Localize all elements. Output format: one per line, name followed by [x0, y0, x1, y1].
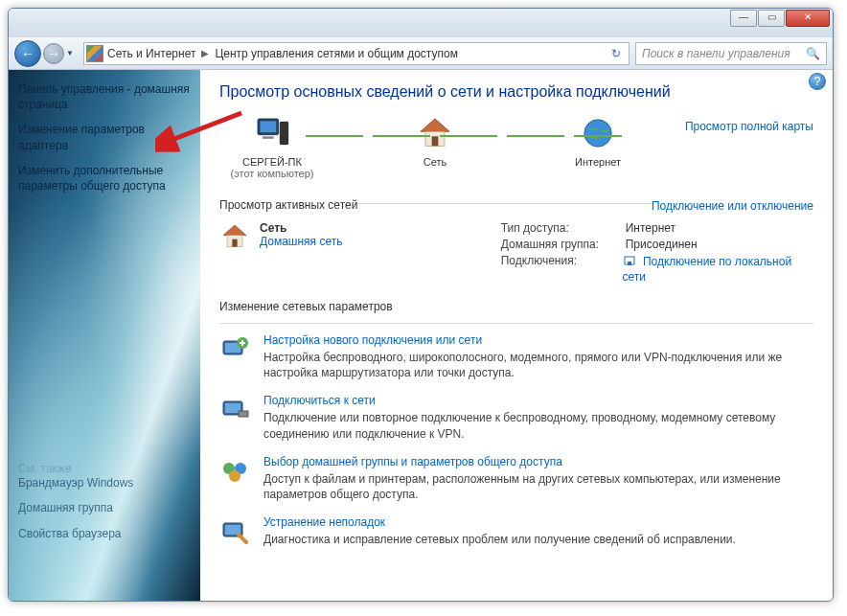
refresh-button[interactable]: ↻	[606, 47, 627, 60]
search-placeholder: Поиск в панели управления	[642, 47, 790, 60]
ethernet-icon	[623, 254, 636, 270]
map-node-label: Сеть	[382, 156, 488, 168]
svg-point-7	[584, 120, 611, 147]
sidebar-see-also-header: См. также	[18, 462, 191, 475]
task-desc: Настройка беспроводного, широкополосного…	[263, 350, 813, 380]
active-network-block: Сеть Домашняя сеть Тип доступа: Интернет…	[219, 221, 813, 286]
minimize-button[interactable]: —	[730, 10, 757, 27]
maximize-button[interactable]: ▭	[758, 10, 785, 27]
svg-rect-1	[261, 122, 277, 133]
map-connection-line	[306, 135, 622, 137]
task-desc: Доступ к файлам и принтерам, расположенн…	[263, 471, 813, 502]
nav-forward-button[interactable]: →	[43, 43, 64, 64]
nav-history-dropdown[interactable]: ▼	[66, 49, 78, 57]
prop-connections-label: Подключения:	[501, 254, 623, 284]
task-title[interactable]: Настройка нового подключения или сети	[263, 333, 813, 347]
help-icon[interactable]: ?	[809, 73, 826, 90]
search-input[interactable]: Поиск в панели управления 🔍	[635, 42, 827, 65]
svg-marker-4	[421, 119, 449, 131]
network-name: Сеть	[260, 221, 342, 235]
network-map: СЕРГЕЙ-ПК (этот компьютер) Сеть	[219, 114, 813, 179]
homegroup-icon	[219, 455, 250, 486]
svg-point-21	[229, 470, 240, 482]
content-pane: Просмотр основных сведений о сети и наст…	[200, 70, 833, 601]
close-button[interactable]: ✕	[786, 10, 830, 27]
house-icon	[219, 221, 250, 252]
task-title[interactable]: Выбор домашней группы и параметров общег…	[263, 455, 813, 468]
svg-rect-3	[263, 136, 274, 139]
network-properties: Тип доступа: Интернет Домашняя группа: П…	[501, 221, 813, 286]
map-node-internet[interactable]: Интернет	[545, 114, 651, 168]
task-title[interactable]: Устранение неполадок	[263, 515, 736, 529]
prop-homegroup-label: Домашняя группа:	[501, 238, 626, 251]
prop-connection-link[interactable]: Подключение по локальной сети	[623, 255, 792, 284]
task-troubleshoot[interactable]: Устранение неполадок Диагностика и испра…	[219, 515, 813, 547]
task-desc: Диагностика и исправление сетевых пробле…	[263, 532, 736, 547]
task-desc: Подключение или повторное подключение к …	[263, 410, 813, 441]
svg-rect-18	[239, 411, 248, 417]
svg-rect-6	[432, 136, 439, 146]
map-node-network[interactable]: Сеть	[382, 114, 488, 168]
breadcrumb-item[interactable]: Центр управления сетями и общим доступом	[215, 47, 458, 60]
search-icon: 🔍	[806, 47, 820, 60]
svg-rect-12	[628, 262, 631, 265]
active-networks-header: Просмотр активных сетей	[219, 198, 357, 216]
svg-rect-10	[232, 240, 237, 247]
task-homegroup-sharing[interactable]: Выбор домашней группы и параметров общег…	[219, 455, 813, 502]
map-node-sublabel: (этот компьютер)	[219, 168, 325, 179]
map-node-label: СЕРГЕЙ-ПК	[219, 156, 325, 168]
connect-network-icon	[219, 394, 250, 424]
svg-rect-2	[280, 122, 287, 144]
connect-disconnect-link[interactable]: Подключение или отключение	[652, 199, 813, 213]
prop-access-label: Тип доступа:	[501, 221, 626, 235]
svg-line-24	[167, 113, 241, 142]
task-new-connection[interactable]: Настройка нового подключения или сети На…	[219, 333, 813, 380]
sidebar-homegroup-link[interactable]: Домашняя группа	[18, 500, 191, 515]
breadcrumb-separator: ▶	[201, 48, 209, 58]
navigation-bar: ← → ▼ Сеть и Интернет ▶ Центр управления…	[9, 37, 833, 70]
task-connect-network[interactable]: Подключиться к сети Подключение или повт…	[219, 394, 813, 441]
sidebar-firewall-link[interactable]: Брандмауэр Windows	[18, 475, 191, 491]
new-connection-icon	[219, 333, 250, 364]
sidebar-advanced-sharing[interactable]: Изменить дополнительные параметры общего…	[18, 163, 191, 194]
annotation-arrow	[155, 105, 251, 153]
prop-homegroup-value[interactable]: Присоединен	[626, 238, 698, 251]
change-settings-header: Изменение сетевых параметров	[219, 300, 813, 317]
map-node-label: Интернет	[545, 156, 651, 168]
nav-back-button[interactable]: ←	[14, 40, 41, 67]
svg-marker-8	[223, 225, 246, 236]
titlebar: — ▭ ✕	[9, 9, 833, 37]
network-type-link[interactable]: Домашняя сеть	[260, 235, 342, 248]
prop-access-value: Интернет	[626, 221, 675, 235]
address-bar[interactable]: Сеть и Интернет ▶ Центр управления сетям…	[83, 42, 630, 65]
control-panel-icon	[86, 45, 103, 62]
task-title[interactable]: Подключиться к сети	[263, 394, 813, 407]
task-list: Настройка нового подключения или сети На…	[219, 333, 813, 547]
house-icon	[416, 114, 454, 152]
full-map-link[interactable]: Просмотр полной карты	[685, 120, 813, 133]
globe-icon	[579, 114, 617, 152]
control-panel-window: — ▭ ✕ ← → ▼ Сеть и Интернет ▶ Центр упра…	[8, 8, 834, 602]
breadcrumb-item[interactable]: Сеть и Интернет	[107, 47, 195, 60]
troubleshoot-icon	[219, 515, 250, 546]
body: Панель управления - домашняя страница Из…	[9, 70, 833, 601]
sidebar-browser-props-link[interactable]: Свойства браузера	[18, 526, 191, 541]
computer-icon	[253, 114, 291, 152]
page-title: Просмотр основных сведений о сети и наст…	[219, 83, 813, 101]
